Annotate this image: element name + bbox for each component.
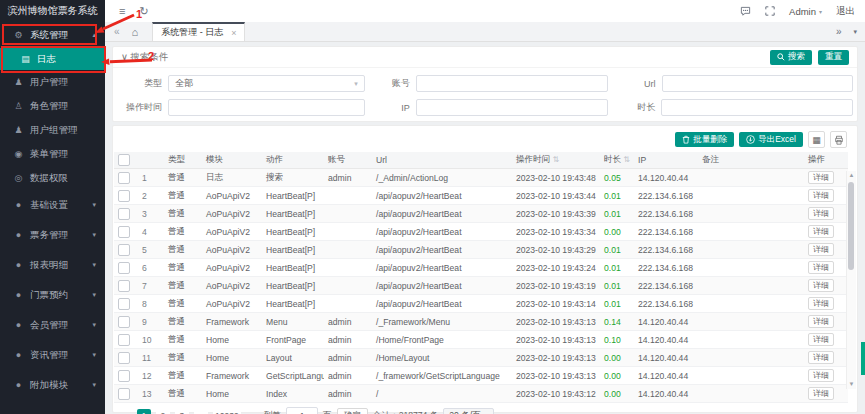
sidebar-item-label: 用户管理: [30, 76, 68, 89]
header-duration[interactable]: 时长⇅: [600, 152, 634, 169]
home-icon[interactable]: ⌂: [132, 26, 139, 38]
detail-button[interactable]: 详细: [808, 333, 834, 346]
goto-page-input[interactable]: [286, 407, 318, 414]
goto-confirm-button[interactable]: 确定: [337, 408, 368, 414]
scrollbar-thumb[interactable]: [848, 182, 854, 270]
cell-account: [324, 205, 372, 223]
table-row: 12 普通 Framework GetScriptLanguage admin …: [114, 367, 848, 385]
tab-system-logs[interactable]: 系统管理 - 日志 ×: [152, 22, 245, 41]
detail-button[interactable]: 详细: [808, 207, 834, 220]
row-checkbox[interactable]: [118, 208, 130, 220]
print-icon[interactable]: [830, 131, 847, 148]
page-button[interactable]: 2: [156, 409, 170, 414]
row-checkbox[interactable]: [118, 226, 130, 238]
top-bar: ≡ ↻ Admin ▾ 退出: [105, 0, 865, 23]
sidebar-item-data-permission[interactable]: ◎ 数据权限: [0, 166, 105, 190]
columns-icon[interactable]: ▦: [808, 131, 825, 148]
header-ip: IP: [634, 152, 698, 169]
header-optime[interactable]: 操作时间⇅: [512, 152, 600, 169]
detail-button[interactable]: 详细: [808, 351, 834, 364]
duration-label: 时长: [612, 101, 655, 114]
batch-delete-button[interactable]: 批量删除: [675, 132, 734, 147]
close-tab-icon[interactable]: ×: [231, 28, 236, 38]
sidebar-item-logs[interactable]: ▤ 日志: [0, 48, 105, 70]
detail-button[interactable]: 详细: [808, 171, 834, 184]
quick-panel-handle[interactable]: [861, 342, 865, 375]
sidebar-item-ticket-management[interactable]: ● 票务管理 ▾: [0, 220, 105, 250]
sidebar-item-role-management[interactable]: ♙ 角色管理: [0, 94, 105, 118]
account-input[interactable]: [416, 75, 608, 92]
url-input[interactable]: [662, 75, 853, 92]
cell-action: Index: [262, 385, 324, 403]
sidebar-item-addon-modules[interactable]: ● 附加模块 ▾: [0, 370, 105, 400]
detail-button[interactable]: 详细: [808, 243, 834, 256]
export-excel-button[interactable]: 导出Excel: [739, 132, 803, 147]
detail-button[interactable]: 详细: [808, 315, 834, 328]
sidebar-item-usergroup-management[interactable]: ♟ 用户组管理: [0, 118, 105, 142]
row-checkbox[interactable]: [118, 316, 130, 328]
row-checkbox[interactable]: [118, 370, 130, 382]
sidebar-item-menu-management[interactable]: ◉ 菜单管理: [0, 142, 105, 166]
cell-module: AoPuApiV2: [202, 241, 262, 259]
table-row: 11 普通 Home Layout admin /Home/Layout 202…: [114, 349, 848, 367]
detail-button[interactable]: 详细: [808, 225, 834, 238]
sidebar-item-user-management[interactable]: ♟ 用户管理: [0, 70, 105, 94]
detail-button[interactable]: 详细: [808, 189, 834, 202]
ip-input[interactable]: [416, 99, 609, 116]
search-button[interactable]: 搜索: [770, 50, 812, 65]
row-checkbox[interactable]: [118, 280, 130, 292]
chevron-down-icon: ▾: [92, 231, 96, 239]
sidebar-item-ticket-reservation[interactable]: ● 门票预约 ▾: [0, 280, 105, 310]
detail-button[interactable]: 详细: [808, 261, 834, 274]
sidebar-item-news-management[interactable]: ● 资讯管理 ▾: [0, 340, 105, 370]
sidebar-item-basic-settings[interactable]: ● 基础设置 ▾: [0, 190, 105, 220]
fullscreen-icon[interactable]: [765, 6, 775, 16]
cell-remark: [698, 349, 804, 367]
row-checkbox[interactable]: [118, 172, 130, 184]
sidebar-item-member-management[interactable]: ● 会员管理 ▾: [0, 310, 105, 340]
duration-input[interactable]: [661, 99, 853, 116]
page-button[interactable]: 3: [175, 409, 189, 414]
row-checkbox[interactable]: [118, 388, 130, 400]
sidebar-item-system-management[interactable]: ⚙ 系统管理 ▴: [0, 22, 105, 48]
detail-button[interactable]: 详细: [808, 297, 834, 310]
optime-input[interactable]: [168, 99, 364, 116]
row-checkbox[interactable]: [118, 334, 130, 346]
refresh-icon[interactable]: ↻: [139, 6, 148, 17]
page-button[interactable]: 10939: [213, 409, 241, 414]
row-index: 8: [138, 295, 164, 313]
page-button[interactable]: 1: [137, 409, 151, 414]
row-checkbox[interactable]: [118, 352, 130, 364]
cell-account: [324, 241, 372, 259]
page-button[interactable]: ...: [194, 409, 208, 414]
row-index: 4: [138, 223, 164, 241]
logout-button[interactable]: 退出: [836, 5, 855, 18]
collapse-icon: ∨: [121, 51, 128, 62]
detail-button[interactable]: 详细: [808, 387, 834, 400]
prev-page-icon[interactable]: ‹: [119, 411, 132, 414]
row-checkbox[interactable]: [118, 190, 130, 202]
row-checkbox[interactable]: [118, 244, 130, 256]
header-type: 类型: [164, 152, 202, 169]
type-select[interactable]: 全部 ▾: [168, 75, 365, 92]
row-checkbox[interactable]: [118, 262, 130, 274]
next-page-icon[interactable]: ›: [246, 411, 259, 414]
sidebar-item-report-detail[interactable]: ● 报表明细 ▾: [0, 250, 105, 280]
cell-type: 普通: [164, 349, 202, 367]
page-size-select[interactable]: 20 条/页 ▾: [443, 408, 494, 414]
tabs-menu-icon[interactable]: ▾: [853, 28, 857, 36]
hamburger-icon[interactable]: ≡: [119, 6, 125, 17]
message-icon[interactable]: [740, 6, 751, 17]
scroll-up-icon[interactable]: ▲: [847, 171, 856, 180]
user-menu[interactable]: Admin ▾: [789, 6, 822, 17]
detail-button[interactable]: 详细: [808, 279, 834, 292]
detail-button[interactable]: 详细: [808, 369, 834, 382]
scroll-down-icon[interactable]: ▼: [847, 380, 856, 389]
select-all-checkbox[interactable]: [118, 154, 130, 166]
tabs-scroll-right-icon[interactable]: »: [836, 26, 842, 37]
collapse-sidebar-icon[interactable]: «: [114, 26, 120, 37]
reset-button[interactable]: 重置: [818, 50, 849, 65]
row-checkbox[interactable]: [118, 298, 130, 310]
table-scrollbar[interactable]: ▲ ▼: [846, 171, 856, 389]
search-panel-toggle[interactable]: ∨ 搜索条件: [121, 51, 169, 64]
